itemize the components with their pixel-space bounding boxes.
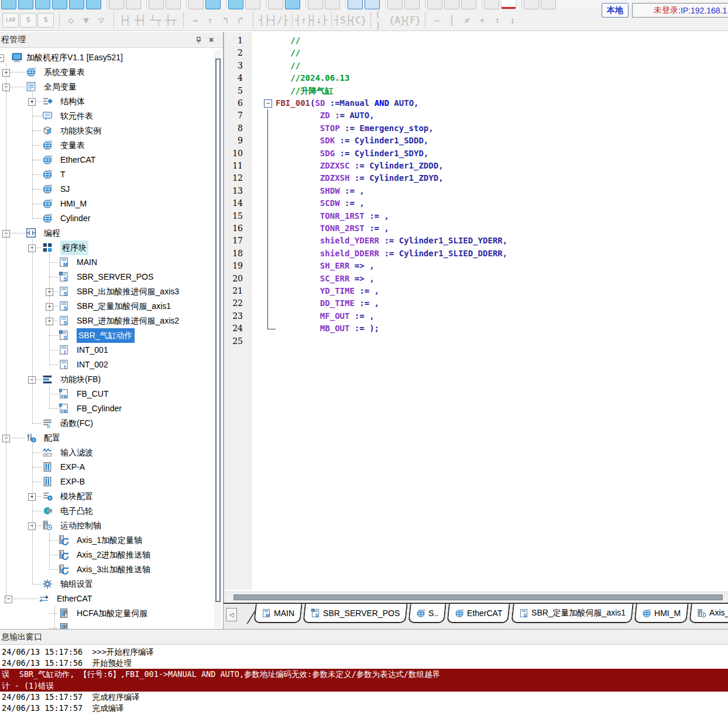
- code-line[interactable]: 10 SDG := Cylinder1_SDYD,: [224, 147, 728, 160]
- document-tab[interactable]: EtherCAT: [447, 604, 511, 623]
- ladder-tool-icon[interactable]: ◇: [64, 12, 78, 27]
- tree-item-label[interactable]: 模块配置: [60, 489, 93, 504]
- ladder-tool-icon[interactable]: ┴┬: [149, 12, 163, 27]
- output-line[interactable]: 24/06/13 15:17:56 开始预处理: [0, 658, 728, 669]
- tree-item-label[interactable]: EtherCAT: [57, 592, 92, 606]
- document-tab[interactable]: sSSBR_SERVER_POS: [303, 604, 408, 623]
- code-line[interactable]: 21 YD_TIME := ,: [224, 285, 728, 297]
- toolbar-icon[interactable]: [541, 0, 556, 9]
- code-line[interactable]: 20 SC_ERR => ,: [224, 273, 728, 285]
- toolbar-icon[interactable]: [501, 0, 516, 9]
- tree-item-label[interactable]: Cylinder: [60, 211, 90, 226]
- editor-hscrollbar[interactable]: [224, 592, 728, 602]
- ladder-tool-icon[interactable]: │: [445, 12, 459, 27]
- output-line[interactable]: 24/06/13 15:17:57 完成编译: [0, 703, 728, 714]
- tree-item-label[interactable]: T: [60, 167, 66, 182]
- ladder-tool-icon[interactable]: ▽: [94, 12, 108, 27]
- ladder-tool-icon[interactable]: ┤∕├: [273, 12, 287, 27]
- ladder-tool-icon[interactable]: →: [188, 12, 202, 27]
- ladder-tool-icon[interactable]: ( ): [375, 12, 389, 27]
- toolbar-icon[interactable]: [18, 0, 33, 9]
- code-line[interactable]: 11 ZDZXSC := Cylinder1_ZDDD,: [224, 160, 728, 172]
- ladder-tool-icon[interactable]: ┼┬: [164, 12, 178, 27]
- ladder-tool-icon[interactable]: ↱: [233, 12, 248, 27]
- document-tab[interactable]: SSBR_定量加酸伺服_axis1: [511, 604, 634, 623]
- ladder-tool-icon[interactable]: ↰: [218, 12, 232, 27]
- login-status[interactable]: 未登录:IP:192.168.1.88: [632, 3, 728, 18]
- toolbar-icon[interactable]: [35, 0, 50, 9]
- tree-item-label[interactable]: 结构体: [60, 94, 85, 109]
- code-line[interactable]: 6−FBI_001(SD :=Manual AND AUTO,: [224, 97, 728, 109]
- tree-item[interactable]: −加酸机程序V1.1 [Easy521]: [0, 50, 212, 65]
- toolbar-icon[interactable]: [404, 0, 420, 9]
- code-line[interactable]: 15 TONR_1RST := ,: [224, 210, 728, 222]
- ladder-tool-icon[interactable]: ↓: [506, 12, 520, 27]
- ladder-tool-icon[interactable]: ┤S├: [336, 12, 350, 27]
- pin-icon[interactable]: [194, 35, 203, 44]
- tree-item-label[interactable]: 功能块(FB): [60, 372, 101, 387]
- document-tab[interactable]: HMI_M: [634, 604, 689, 623]
- code-line[interactable]: 13 SHDW := ,: [224, 185, 728, 197]
- tree-item-label[interactable]: 函数(FC): [60, 416, 93, 431]
- tree-item[interactable]: −EtherCAT: [0, 592, 212, 606]
- tree-item-label[interactable]: Axis_2进加酸推送轴: [77, 548, 150, 562]
- tree-item-label[interactable]: 程序块: [60, 240, 88, 255]
- ladder-tool-icon[interactable]: ┤↑├: [297, 12, 311, 27]
- tree-item-label[interactable]: SJ: [60, 182, 70, 197]
- code-line[interactable]: 19 SH_ERR => ,: [224, 260, 728, 272]
- ladder-tool-icon[interactable]: {F}: [406, 12, 420, 27]
- toolbar-icon[interactable]: [461, 0, 476, 9]
- ladder-tool-icon[interactable]: S: [20, 13, 36, 27]
- toolbar-icon[interactable]: [444, 0, 459, 9]
- toolbar-icon[interactable]: [427, 0, 442, 9]
- tree-item-label[interactable]: 变量表: [60, 138, 85, 153]
- ladder-tool-icon[interactable]: ∗: [475, 12, 489, 27]
- ladder-tool-icon[interactable]: ├┤: [118, 12, 132, 27]
- local-mode-button[interactable]: 本地: [602, 3, 629, 18]
- toolbar-icon[interactable]: [348, 0, 363, 9]
- code-line[interactable]: 4 //2024.06.13: [224, 72, 728, 84]
- tree-item-label[interactable]: SBR_定量加酸伺服_axis1: [77, 299, 171, 314]
- document-tab[interactable]: Axis_1加酸: [689, 604, 728, 623]
- tree-item-label[interactable]: EXP-B: [60, 475, 85, 489]
- tree-item-label[interactable]: 全局变量: [44, 80, 77, 94]
- toolbar-icon[interactable]: [484, 0, 499, 9]
- toolbar-icon[interactable]: [245, 0, 260, 9]
- tree-item-label[interactable]: MAIN: [77, 255, 97, 270]
- code-line[interactable]: 3 //: [224, 60, 728, 72]
- tree-item-label[interactable]: 系统变量表: [44, 65, 85, 80]
- tree-item-label[interactable]: INT_002: [77, 357, 108, 372]
- tree-item-label[interactable]: SBR_SERVER_POS: [77, 270, 153, 284]
- toolbar-icon[interactable]: [126, 0, 141, 9]
- tree-item-label[interactable]: EXP-A: [60, 460, 85, 475]
- toolbar-icon[interactable]: [268, 0, 283, 9]
- tree-item-label[interactable]: FB_CUT: [77, 387, 108, 401]
- ladder-tool-icon[interactable]: {A}: [390, 12, 404, 27]
- toolbar-icon[interactable]: [228, 0, 243, 9]
- code-line[interactable]: 8 STOP := Emergency_stop,: [224, 122, 728, 135]
- ladder-tool-icon[interactable]: ┤↓├: [312, 12, 326, 27]
- toolbar-icon[interactable]: [166, 0, 181, 9]
- toolbar-icon[interactable]: [387, 0, 403, 9]
- ladder-tool-icon[interactable]: LAD: [2, 13, 19, 27]
- tree-item-label[interactable]: 加酸机程序V1.1 [Easy521]: [26, 50, 123, 65]
- tree-item-label[interactable]: 编程: [44, 226, 60, 240]
- toolbar-icon[interactable]: [86, 0, 101, 9]
- tree-item-label[interactable]: Axis_1加酸定量轴: [77, 533, 142, 548]
- code-line[interactable]: 18 shield_DDERR := Cylinder1_SLIED_DDERR…: [224, 247, 728, 260]
- tree-item-label[interactable]: HCFA加酸定量伺服: [77, 606, 147, 621]
- tree-item-label[interactable]: SBR_进加酸推进伺服_axis2: [77, 314, 179, 328]
- toolbar-icon[interactable]: [69, 0, 84, 9]
- code-line[interactable]: 12 ZDZXSH := Cylinder1_ZDYD,: [224, 172, 728, 184]
- tree-item-label[interactable]: 运动控制轴: [60, 518, 101, 533]
- output-error-line[interactable]: 计 - (1)错误: [0, 680, 728, 692]
- output-error-line[interactable]: 误 SBR_气缸动作, 【行号:6】,FBI_001->MANUAL AND A…: [0, 669, 728, 680]
- tree-item-label[interactable]: FB_Cylinder: [77, 401, 122, 416]
- code-line[interactable]: 2 //: [224, 47, 728, 59]
- tree-item-label[interactable]: INT_001: [77, 343, 108, 357]
- toolbar-icon[interactable]: [524, 0, 539, 9]
- code-editor[interactable]: 1 //2 //3 //4 //2024.06.135 //升降气缸6−FBI_…: [224, 32, 728, 603]
- toolbar-icon[interactable]: [52, 0, 67, 9]
- code-line[interactable]: 5 //升降气缸: [224, 85, 728, 97]
- code-line[interactable]: 14 SCDW := ,: [224, 197, 728, 209]
